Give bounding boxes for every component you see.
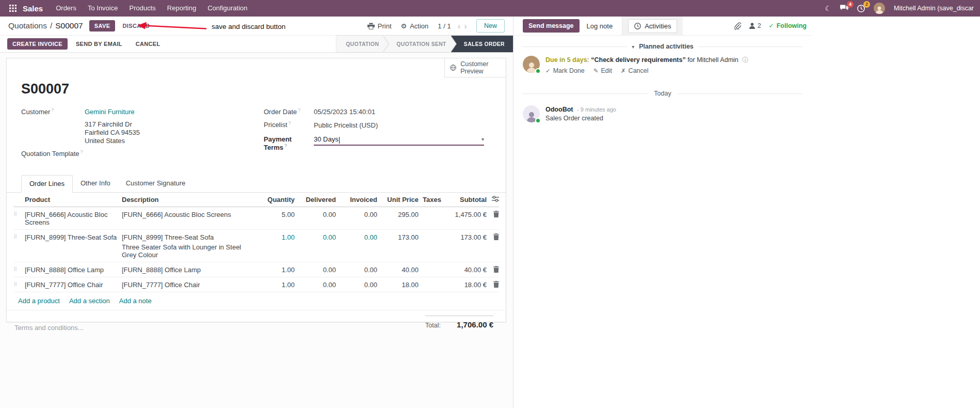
pricelist-field[interactable]: Public Pricelist (USD) [314,121,378,129]
state-quotation[interactable]: QUOTATION [336,36,388,52]
edit-activity-button[interactable]: ✎ Edit [593,67,612,74]
table-row[interactable]: ⠿ [FURN_7777] Office Chair [FURN_7777] O… [13,277,499,292]
cell-product[interactable]: [FURN_8999] Three-Seat Sofa [25,233,122,241]
save-button[interactable]: SAVE [89,20,116,32]
header-product[interactable]: Product [25,196,122,203]
cell-unit-price[interactable]: 40.00 [377,266,419,274]
user-name[interactable]: Mitchell Admin (save_discar [894,5,974,12]
delete-row-button[interactable] [487,266,499,273]
tab-other-info[interactable]: Other Info [73,175,118,193]
collapse-caret-icon[interactable]: ▾ [632,44,634,50]
header-taxes[interactable]: Taxes [419,196,444,203]
drag-handle-icon[interactable]: ⠿ [13,281,25,288]
cell-unit-price[interactable]: 295.00 [377,211,419,218]
cell-description[interactable]: [FURN_7777] Office Chair [122,281,253,289]
menu-configuration[interactable]: Configuration [202,0,253,17]
cell-invoiced[interactable]: 0.00 [336,266,377,274]
delete-row-button[interactable] [487,233,499,240]
send-by-email-button[interactable]: SEND BY EMAIL [71,38,127,50]
moon-icon[interactable]: ☾ [825,5,832,12]
new-button[interactable]: New [476,19,505,33]
cell-delivered[interactable]: 0.00 [295,266,336,274]
cell-invoiced[interactable]: 0.00 [336,233,377,241]
customer-link[interactable]: Gemini Furniture [85,108,135,116]
terms-and-conditions-input[interactable]: Terms and conditions... [14,316,84,332]
order-date-field[interactable]: 05/25/2023 15:40:01 [314,108,375,116]
send-message-button[interactable]: Send message [523,19,580,33]
mark-done-button[interactable]: ✓ Mark Done [545,67,585,74]
activity-clock-icon[interactable]: 2 [857,5,865,12]
customer-preview-button[interactable]: Customer Preview [444,58,506,77]
cell-delivered[interactable]: 0.00 [295,233,336,241]
state-quotation-sent[interactable]: QUOTATION SENT [383,36,456,52]
table-row[interactable]: ⠿ [FURN_6666] Acoustic Bloc Screens [FUR… [13,207,499,230]
dropdown-caret-icon[interactable]: ▾ [481,136,484,142]
delete-row-button[interactable] [487,281,499,288]
cell-quantity[interactable]: 5.00 [253,211,295,218]
apps-grid-icon[interactable] [5,5,21,12]
table-row[interactable]: ⠿ [FURN_8999] Three-Seat Sofa [FURN_8999… [13,230,499,262]
tab-order-lines[interactable]: Order Lines [21,175,73,193]
pager-previous-icon[interactable]: ‹ [458,22,461,30]
header-subtotal[interactable]: Subtotal [444,196,487,203]
header-invoiced[interactable]: Invoiced [336,196,377,203]
log-note-button[interactable]: Log note [587,22,613,30]
menu-reporting[interactable]: Reporting [162,0,202,17]
add-a-product-link[interactable]: Add a product [18,297,60,305]
menu-to-invoice[interactable]: To Invoice [82,0,124,17]
print-button[interactable]: Print [367,22,392,30]
activity-due-text: Due in 5 days: [545,56,589,64]
header-delivered[interactable]: Delivered [295,196,336,203]
cell-unit-price[interactable]: 18.00 [377,281,419,289]
info-icon[interactable]: ⓘ [742,56,748,64]
cell-invoiced[interactable]: 0.00 [336,281,377,289]
following-button[interactable]: ✓ Following [769,22,807,29]
discard-button[interactable]: DISCARD [118,20,154,32]
header-unit-price[interactable]: Unit Price [377,196,419,203]
tab-customer-signature[interactable]: Customer Signature [118,175,194,193]
cell-description[interactable]: [FURN_8999] Three-Seat Sofa Three Seater… [122,233,253,259]
odoobot-avatar[interactable] [523,105,540,122]
cell-quantity[interactable]: 1.00 [253,233,295,241]
header-description[interactable]: Description [122,196,253,203]
create-invoice-button[interactable]: CREATE INVOICE [7,38,68,50]
user-avatar[interactable] [874,3,885,14]
cell-quantity[interactable]: 1.00 [253,281,295,289]
attachment-paperclip-icon[interactable] [734,22,741,30]
followers-button[interactable]: 2 [749,22,761,29]
help-marker: ? [51,107,54,113]
app-brand[interactable]: Sales [23,4,43,13]
breadcrumb-quotations[interactable]: Quotations [8,21,47,30]
state-sales-order[interactable]: SALES ORDER [451,36,513,52]
cell-delivered[interactable]: 0.00 [295,281,336,289]
cell-product[interactable]: [FURN_6666] Acoustic Bloc Screens [25,211,122,226]
message-author[interactable]: OdooBot [545,106,573,113]
optional-columns-button[interactable] [487,196,499,202]
drag-handle-icon[interactable]: ⠿ [13,266,25,273]
menu-products[interactable]: Products [123,0,161,17]
messages-icon[interactable]: 4 [840,5,848,12]
drag-handle-icon[interactable]: ⠿ [13,233,25,240]
cancel-button[interactable]: CANCEL [131,38,166,50]
activity-avatar[interactable] [523,56,540,73]
action-button[interactable]: ⚙ Action [401,22,429,30]
menu-orders[interactable]: Orders [50,0,82,17]
activities-button[interactable]: Activities [628,19,677,33]
delete-row-button[interactable] [487,211,499,217]
cell-invoiced[interactable]: 0.00 [336,211,377,218]
cell-description[interactable]: [FURN_6666] Acoustic Bloc Screens [122,211,253,218]
cell-delivered[interactable]: 0.00 [295,211,336,218]
payment-terms-input[interactable]: 30 Days ▾ [314,135,484,146]
cell-quantity[interactable]: 1.00 [253,266,295,274]
pager-next-icon[interactable]: › [464,22,467,30]
add-a-note-link[interactable]: Add a note [119,297,152,305]
add-a-section-link[interactable]: Add a section [69,297,110,305]
cancel-activity-button[interactable]: ✗ Cancel [621,67,649,74]
header-quantity[interactable]: Quantity [253,196,295,203]
cell-product[interactable]: [FURN_7777] Office Chair [25,281,122,289]
table-row[interactable]: ⠿ [FURN_8888] Office Lamp [FURN_8888] Of… [13,262,499,277]
cell-description[interactable]: [FURN_8888] Office Lamp [122,266,253,274]
cell-product[interactable]: [FURN_8888] Office Lamp [25,266,122,274]
drag-handle-icon[interactable]: ⠿ [13,211,25,217]
cell-unit-price[interactable]: 173.00 [377,233,419,241]
